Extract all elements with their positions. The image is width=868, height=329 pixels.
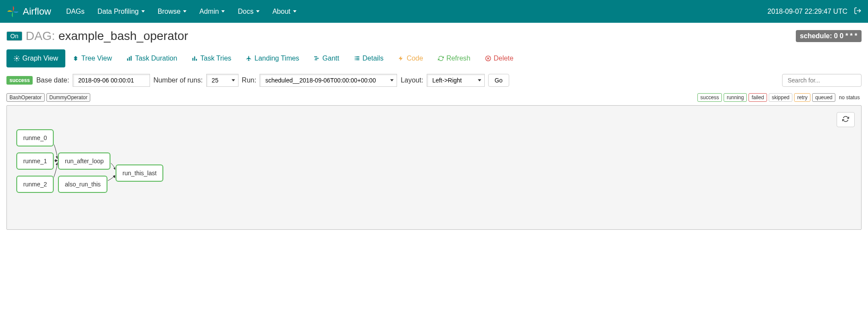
tab-gantt[interactable]: Gantt (306, 49, 346, 67)
refresh-icon (438, 55, 444, 61)
svg-rect-3 (129, 57, 130, 61)
schedule-badge: schedule: 0 0 * * * (796, 30, 862, 42)
status-legends: success running failed skipped retry que… (697, 93, 862, 102)
operator-dummy: DummyOperator (46, 93, 91, 102)
status-success: success (697, 93, 722, 102)
operator-bash: BashOperator (6, 93, 45, 102)
brand[interactable]: Airflow (6, 5, 51, 18)
refresh-icon (842, 116, 849, 124)
task-node-run-after-loop[interactable]: run_after_loop (58, 152, 110, 170)
svg-rect-10 (315, 59, 318, 60)
nav-about[interactable]: About (266, 8, 303, 15)
nav-admin[interactable]: Admin (193, 8, 231, 15)
svg-rect-14 (356, 58, 359, 59)
logout-icon[interactable] (854, 7, 862, 16)
bar-chart-icon (192, 55, 198, 61)
brand-text: Airflow (23, 6, 51, 17)
nav-docs[interactable]: Docs (231, 8, 266, 15)
page-title: DAG: example_bash_operator (26, 29, 188, 43)
status-queued: queued (812, 93, 835, 102)
layout-select[interactable]: Left->Right (427, 74, 485, 87)
svg-rect-6 (194, 56, 195, 61)
svg-rect-9 (315, 58, 319, 59)
dag-name: example_bash_operator (58, 29, 188, 43)
tree-icon (73, 55, 79, 61)
tabs: Graph View Tree View Task Duration Task … (6, 49, 862, 67)
task-node-runme-2[interactable]: runme_2 (16, 176, 54, 193)
status-none: no status (837, 94, 862, 101)
run-status-badge: success (6, 76, 33, 85)
svg-point-1 (16, 58, 18, 60)
starburst-icon (14, 55, 20, 61)
svg-rect-4 (131, 56, 131, 61)
filter-row: success Base date: Number of runs: 25 Ru… (6, 74, 862, 87)
status-skipped: skipped (769, 93, 792, 102)
nav-dags[interactable]: DAGs (60, 8, 91, 15)
svg-rect-5 (193, 58, 193, 61)
dag-label: DAG: (26, 29, 55, 43)
graph-canvas[interactable]: runme_0 runme_1 runme_2 run_after_loop a… (6, 105, 862, 230)
status-retry: retry (794, 93, 810, 102)
svg-rect-8 (315, 56, 318, 57)
clock: 2018-09-07 22:29:47 UTC (767, 8, 847, 15)
num-runs-label: Number of runs: (153, 76, 203, 84)
svg-rect-12 (356, 56, 359, 57)
svg-rect-11 (355, 56, 355, 57)
plane-icon (246, 55, 252, 61)
svg-rect-2 (127, 58, 128, 61)
navbar: Airflow DAGs Data Profiling Browse Admin… (0, 0, 868, 23)
tab-code[interactable]: Code (391, 49, 430, 67)
svg-rect-15 (355, 59, 355, 60)
task-node-run-this-last[interactable]: run_this_last (116, 164, 163, 182)
run-label: Run: (242, 76, 257, 84)
run-select[interactable]: scheduled__2018-09-06T00:00:00+00:00 (260, 74, 397, 87)
base-date-input[interactable] (73, 74, 150, 87)
tab-landing-times[interactable]: Landing Times (238, 49, 306, 67)
caret-icon (141, 10, 145, 12)
gantt-icon (314, 55, 320, 61)
delete-icon (485, 55, 491, 61)
task-node-runme-1[interactable]: runme_1 (16, 152, 54, 170)
svg-rect-7 (196, 59, 197, 61)
bar-chart-icon (126, 55, 132, 61)
legend-row: BashOperator DummyOperator success runni… (6, 93, 862, 102)
list-icon (354, 55, 360, 61)
tab-task-tries[interactable]: Task Tries (184, 49, 238, 67)
task-node-runme-0[interactable]: runme_0 (16, 129, 54, 146)
go-button[interactable]: Go (488, 74, 509, 87)
page-header: On DAG: example_bash_operator schedule: … (6, 29, 862, 43)
tab-delete[interactable]: Delete (478, 49, 521, 67)
caret-icon (221, 10, 225, 12)
status-running: running (724, 93, 747, 102)
dag-toggle[interactable]: On (6, 31, 22, 41)
tab-details[interactable]: Details (347, 49, 391, 67)
layout-label: Layout: (400, 76, 423, 84)
nav-right: 2018-09-07 22:29:47 UTC (767, 7, 862, 16)
num-runs-select[interactable]: 25 (206, 74, 238, 87)
task-node-also-run-this[interactable]: also_run_this (58, 176, 107, 193)
tab-tree-view[interactable]: Tree View (65, 49, 119, 67)
svg-rect-13 (355, 58, 355, 59)
lightning-icon (398, 55, 404, 61)
tab-refresh[interactable]: Refresh (431, 49, 478, 67)
airflow-logo-icon (6, 5, 19, 18)
tab-task-duration[interactable]: Task Duration (119, 49, 184, 67)
caret-icon (293, 10, 296, 12)
base-date-label: Base date: (36, 76, 69, 84)
graph-refresh-button[interactable] (837, 112, 855, 127)
caret-icon (256, 10, 260, 12)
status-failed: failed (749, 93, 767, 102)
nav-data-profiling[interactable]: Data Profiling (91, 8, 151, 15)
nav-browse[interactable]: Browse (151, 8, 193, 15)
operator-legends: BashOperator DummyOperator (6, 93, 90, 102)
tab-graph-view[interactable]: Graph View (6, 49, 65, 67)
search-input[interactable] (782, 74, 862, 87)
caret-icon (183, 10, 186, 12)
svg-rect-16 (356, 59, 359, 60)
nav-items: DAGs Data Profiling Browse Admin Docs Ab… (60, 8, 767, 15)
